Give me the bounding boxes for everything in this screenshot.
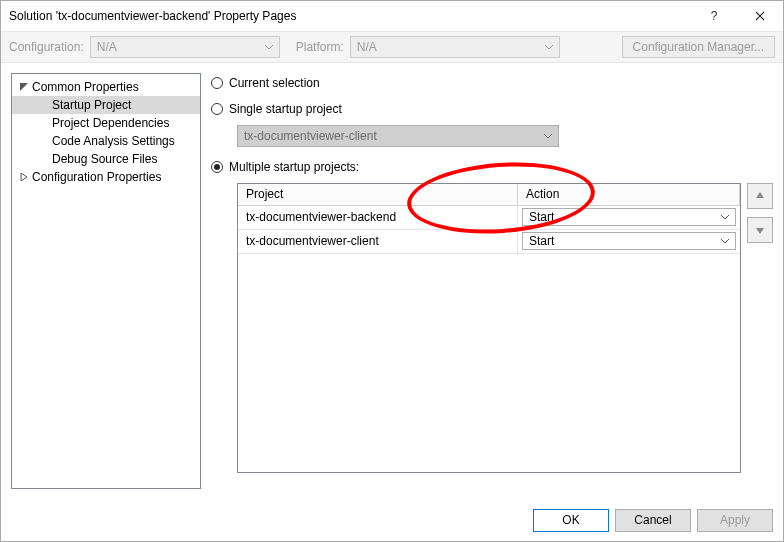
dialog-footer: OK Cancel Apply [1, 499, 783, 541]
cell-project: tx-documentviewer-backend [238, 206, 518, 229]
single-startup-value: tx-documentviewer-client [244, 129, 544, 143]
tree-label: Startup Project [52, 98, 131, 112]
nav-tree[interactable]: Common Properties Startup Project Projec… [11, 73, 201, 489]
tree-label: Common Properties [32, 80, 139, 94]
ok-button[interactable]: OK [533, 509, 609, 532]
tree-node-debug-source[interactable]: Debug Source Files [12, 150, 200, 168]
configuration-value: N/A [97, 40, 259, 54]
radio-icon [211, 161, 223, 173]
col-project[interactable]: Project [238, 184, 518, 205]
radio-label: Single startup project [229, 102, 342, 116]
action-value: Start [529, 210, 721, 224]
tree-node-project-dependencies[interactable]: Project Dependencies [12, 114, 200, 132]
expand-icon [18, 173, 30, 181]
platform-label: Platform: [296, 40, 344, 54]
dialog-body: Common Properties Startup Project Projec… [1, 63, 783, 499]
radio-multiple-startup[interactable]: Multiple startup projects: [211, 157, 773, 177]
radio-icon [211, 103, 223, 115]
tree-label: Configuration Properties [32, 170, 161, 184]
move-down-button[interactable] [747, 217, 773, 243]
window-title: Solution 'tx-documentviewer-backend' Pro… [9, 9, 691, 23]
tree-label: Code Analysis Settings [52, 134, 175, 148]
col-action[interactable]: Action [518, 184, 740, 205]
close-button[interactable] [737, 1, 783, 31]
single-startup-combo: tx-documentviewer-client [237, 125, 559, 147]
action-combo[interactable]: Start [522, 232, 736, 250]
chevron-down-icon [721, 215, 729, 220]
chevron-down-icon [544, 134, 552, 139]
tree-node-configuration-properties[interactable]: Configuration Properties [12, 168, 200, 186]
cell-action[interactable]: Start [518, 230, 740, 253]
move-up-button[interactable] [747, 183, 773, 209]
apply-button: Apply [697, 509, 773, 532]
tree-label: Project Dependencies [52, 116, 169, 130]
configuration-combo: N/A [90, 36, 280, 58]
arrow-up-icon [755, 191, 765, 201]
cancel-button[interactable]: Cancel [615, 509, 691, 532]
close-icon [755, 11, 765, 21]
configuration-manager-button: Configuration Manager... [622, 36, 775, 58]
chevron-down-icon [721, 239, 729, 244]
chevron-down-icon [265, 45, 273, 50]
tree-node-common-properties[interactable]: Common Properties [12, 78, 200, 96]
radio-current-selection[interactable]: Current selection [211, 73, 773, 93]
titlebar: Solution 'tx-documentviewer-backend' Pro… [1, 1, 783, 31]
table-row[interactable]: tx-documentviewer-backend Start [238, 206, 740, 230]
tree-node-code-analysis[interactable]: Code Analysis Settings [12, 132, 200, 150]
content-pane: Current selection Single startup project… [211, 73, 773, 489]
radio-label: Current selection [229, 76, 320, 90]
action-value: Start [529, 234, 721, 248]
radio-label: Multiple startup projects: [229, 160, 359, 174]
action-combo[interactable]: Start [522, 208, 736, 226]
toolbar: Configuration: N/A Platform: N/A Configu… [1, 31, 783, 63]
tree-label: Debug Source Files [52, 152, 157, 166]
chevron-down-icon [545, 45, 553, 50]
cell-project: tx-documentviewer-client [238, 230, 518, 253]
platform-combo: N/A [350, 36, 560, 58]
tree-node-startup-project[interactable]: Startup Project [12, 96, 200, 114]
arrow-down-icon [755, 225, 765, 235]
collapse-icon [18, 83, 30, 91]
radio-single-startup[interactable]: Single startup project [211, 99, 773, 119]
radio-icon [211, 77, 223, 89]
table-row[interactable]: tx-documentviewer-client Start [238, 230, 740, 254]
property-pages-dialog: Solution 'tx-documentviewer-backend' Pro… [0, 0, 784, 542]
startup-projects-grid[interactable]: Project Action tx-documentviewer-backend… [237, 183, 741, 473]
reorder-buttons [747, 183, 773, 473]
grid-header: Project Action [238, 184, 740, 206]
cell-action[interactable]: Start [518, 206, 740, 229]
platform-value: N/A [357, 40, 539, 54]
grid-area: Project Action tx-documentviewer-backend… [211, 183, 773, 473]
configuration-label: Configuration: [9, 40, 84, 54]
help-button[interactable]: ? [691, 1, 737, 31]
